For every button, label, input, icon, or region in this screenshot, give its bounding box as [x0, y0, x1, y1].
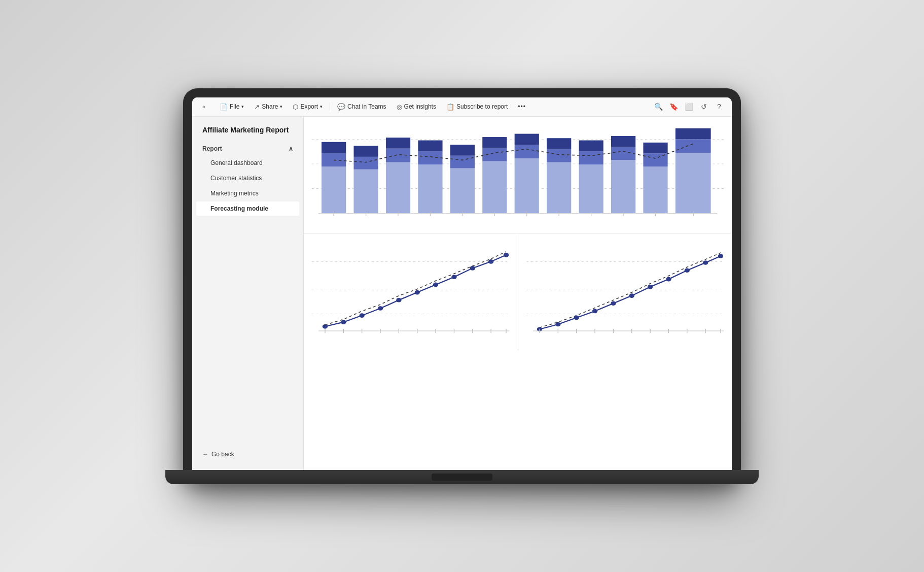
toolbar-right: 🔍 🔖 ⬜ ↺ ?: [652, 100, 726, 113]
laptop-trackpad: [432, 474, 492, 481]
laptop-base: [165, 470, 759, 484]
svg-point-83: [574, 315, 579, 320]
collapse-sidebar-button[interactable]: «: [198, 101, 209, 112]
more-icon: •••: [518, 103, 526, 110]
svg-point-57: [359, 313, 364, 318]
export-menu[interactable]: ⬡ Export ▾: [289, 101, 327, 113]
toolbar-separator-1: [330, 102, 330, 111]
line-chart-right-container: [518, 233, 732, 350]
svg-point-60: [415, 290, 420, 294]
svg-rect-38: [676, 128, 711, 139]
bottom-charts-row: [304, 233, 732, 470]
svg-rect-11: [386, 138, 410, 149]
svg-rect-33: [643, 166, 667, 213]
sidebar-item-forecasting[interactable]: Forecasting module: [196, 201, 299, 216]
svg-point-85: [611, 301, 616, 306]
svg-rect-4: [322, 153, 346, 166]
chat-teams-button[interactable]: 💬 Chat in Teams: [333, 101, 390, 113]
refresh-button[interactable]: ↺: [697, 100, 710, 113]
svg-rect-8: [353, 146, 378, 157]
svg-rect-32: [611, 136, 635, 147]
search-button[interactable]: 🔍: [652, 100, 665, 113]
svg-rect-36: [676, 153, 711, 213]
svg-rect-30: [611, 160, 635, 213]
svg-rect-35: [643, 142, 667, 153]
svg-point-84: [592, 309, 597, 313]
sidebar-item-marketing[interactable]: Marketing metrics: [196, 186, 299, 200]
back-label: Go back: [211, 451, 234, 458]
more-options-button[interactable]: •••: [514, 101, 530, 112]
help-button[interactable]: ?: [713, 100, 726, 113]
insights-icon: ◎: [397, 103, 402, 111]
file-dropdown-icon: ▾: [241, 104, 244, 109]
share-dropdown-icon: ▾: [280, 104, 282, 109]
svg-rect-27: [579, 164, 603, 213]
svg-point-56: [341, 320, 346, 324]
svg-rect-3: [322, 166, 346, 213]
share-label: Share: [262, 103, 278, 110]
go-back-button[interactable]: ← Go back: [192, 447, 303, 462]
sidebar-spacer: [192, 216, 303, 447]
svg-rect-26: [547, 138, 571, 149]
svg-rect-5: [322, 142, 346, 153]
sidebar-title: Affiliate Marketing Report: [192, 117, 303, 142]
chat-label: Chat in Teams: [347, 103, 386, 110]
view-button[interactable]: ⬜: [682, 100, 695, 113]
svg-rect-24: [547, 162, 571, 213]
sidebar: Affiliate Marketing Report Report ∧ Gene…: [192, 117, 304, 470]
svg-point-62: [451, 275, 456, 279]
file-icon: 📄: [220, 103, 228, 111]
svg-point-63: [470, 266, 475, 271]
svg-rect-6: [353, 169, 378, 213]
export-icon: ⬡: [293, 103, 298, 111]
sidebar-section-header: Report ∧: [192, 142, 303, 155]
svg-rect-13: [418, 151, 442, 164]
back-arrow-icon: ←: [202, 451, 208, 458]
svg-point-91: [718, 254, 723, 258]
line-chart-left-container: [304, 233, 518, 350]
get-insights-button[interactable]: ◎ Get insights: [393, 101, 440, 113]
share-icon: ↗: [254, 103, 260, 111]
chat-icon: 💬: [337, 103, 345, 111]
subscribe-icon: 📋: [446, 103, 454, 111]
svg-point-87: [647, 284, 652, 289]
svg-point-55: [323, 324, 328, 328]
svg-point-86: [629, 293, 634, 298]
share-menu[interactable]: ↗ Share ▾: [250, 101, 287, 113]
bookmark-button[interactable]: 🔖: [667, 100, 680, 113]
svg-point-88: [666, 277, 671, 281]
sidebar-item-customer[interactable]: Customer statistics: [196, 171, 299, 185]
svg-rect-7: [353, 156, 378, 169]
file-label: File: [230, 103, 239, 110]
report-section-label: Report: [202, 145, 222, 152]
svg-rect-37: [676, 139, 711, 153]
svg-rect-21: [515, 158, 539, 213]
svg-point-58: [378, 306, 383, 311]
subscribe-button[interactable]: 📋 Subscribe to report: [442, 101, 512, 113]
svg-rect-9: [386, 162, 410, 213]
svg-rect-20: [482, 137, 507, 148]
bar-chart-container: [304, 117, 732, 233]
svg-point-89: [684, 268, 689, 273]
toolbar: « 📄 File ▾ ↗ Share ▾ ⬡ Export ▾ 💬 Chat i…: [192, 97, 732, 117]
file-menu[interactable]: 📄 File ▾: [216, 101, 248, 113]
sidebar-item-general[interactable]: General dashboard: [196, 156, 299, 170]
svg-point-64: [488, 259, 493, 264]
svg-rect-28: [579, 151, 603, 164]
export-dropdown-icon: ▾: [320, 104, 323, 109]
svg-rect-31: [611, 147, 635, 160]
svg-rect-25: [547, 149, 571, 162]
svg-rect-22: [515, 145, 539, 158]
svg-rect-23: [515, 133, 539, 145]
main-layout: Affiliate Marketing Report Report ∧ Gene…: [192, 117, 732, 470]
svg-rect-29: [579, 140, 603, 151]
laptop-frame: « 📄 File ▾ ↗ Share ▾ ⬡ Export ▾ 💬 Chat i…: [183, 88, 741, 484]
svg-point-65: [504, 253, 509, 257]
svg-rect-17: [450, 145, 475, 156]
line-chart-left: [312, 240, 510, 344]
svg-rect-18: [482, 161, 507, 213]
laptop-screen: « 📄 File ▾ ↗ Share ▾ ⬡ Export ▾ 💬 Chat i…: [192, 97, 732, 470]
insights-label: Get insights: [404, 103, 436, 110]
svg-rect-16: [450, 155, 475, 168]
subscribe-label: Subscribe to report: [456, 103, 508, 110]
